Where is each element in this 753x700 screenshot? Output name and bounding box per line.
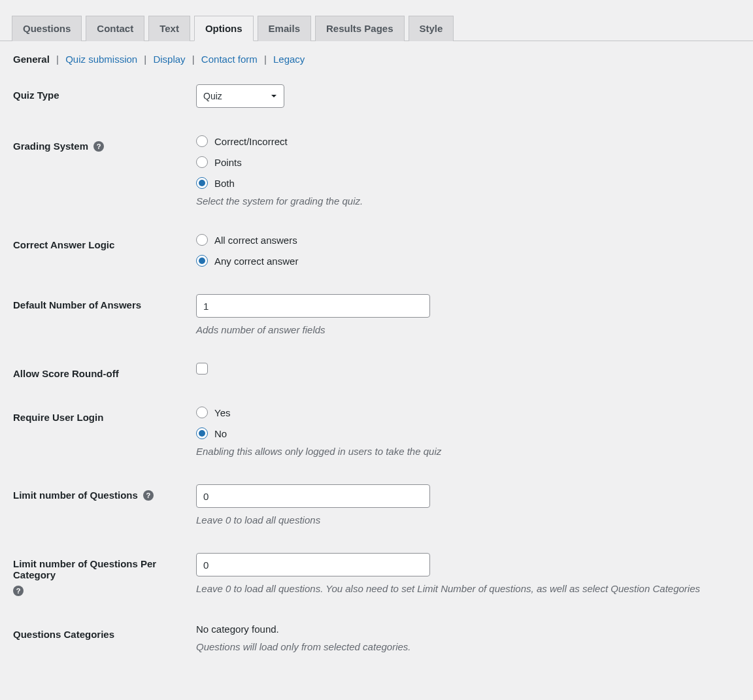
label-require-login: Require User Login bbox=[13, 407, 196, 423]
label-allow-roundoff: Allow Score Round-off bbox=[13, 363, 196, 379]
label-limit-questions: Limit number of Questions bbox=[13, 490, 138, 501]
input-default-answers[interactable] bbox=[196, 294, 430, 318]
input-limit-per-category[interactable] bbox=[196, 553, 430, 576]
desc-limit-questions: Leave 0 to load all questions bbox=[196, 514, 740, 525]
desc-default-answers: Adds number of answer fields bbox=[196, 324, 740, 335]
row-categories: Questions Categories No category found. … bbox=[13, 624, 740, 652]
row-limit-questions: Limit number of Questions ? Leave 0 to l… bbox=[13, 484, 740, 525]
radio-grading-both[interactable]: Both bbox=[196, 177, 740, 189]
row-allow-roundoff: Allow Score Round-off bbox=[13, 363, 740, 379]
desc-require-login: Enabling this allows only logged in user… bbox=[196, 446, 740, 457]
label-default-answers: Default Number of Answers bbox=[13, 294, 196, 310]
input-limit-questions[interactable] bbox=[196, 484, 430, 508]
row-require-login: Require User Login Yes No Enabling this … bbox=[13, 407, 740, 457]
subnav: General | Quiz submission | Display | Co… bbox=[0, 41, 753, 65]
label-limit-per-category: Limit number of Questions Per Category bbox=[13, 558, 196, 580]
row-quiz-type: Quiz Type Quiz bbox=[13, 84, 740, 108]
tab-text[interactable]: Text bbox=[148, 16, 190, 41]
radio-login-no[interactable]: No bbox=[196, 427, 740, 439]
help-icon[interactable]: ? bbox=[93, 141, 104, 152]
tab-emails[interactable]: Emails bbox=[258, 16, 311, 41]
radio-logic-any[interactable]: Any correct answer bbox=[196, 255, 740, 267]
form-table: Quiz Type Quiz Grading System ? Correct/… bbox=[0, 84, 753, 652]
tab-questions[interactable]: Questions bbox=[12, 16, 82, 41]
row-default-answers: Default Number of Answers Adds number of… bbox=[13, 294, 740, 335]
row-correct-answer-logic: Correct Answer Logic All correct answers… bbox=[13, 234, 740, 267]
select-quiz-type[interactable]: Quiz bbox=[196, 84, 284, 108]
row-limit-per-category: Limit number of Questions Per Category ?… bbox=[13, 553, 740, 596]
tab-contact[interactable]: Contact bbox=[86, 16, 144, 41]
tab-style[interactable]: Style bbox=[409, 16, 454, 41]
desc-categories: Questions will load only from selected c… bbox=[196, 641, 740, 652]
label-categories: Questions Categories bbox=[13, 624, 196, 640]
subnav-contact-form[interactable]: Contact form bbox=[201, 54, 258, 65]
subnav-display[interactable]: Display bbox=[153, 54, 185, 65]
help-icon[interactable]: ? bbox=[13, 586, 24, 596]
tab-options[interactable]: Options bbox=[194, 16, 254, 41]
main-tabs: Questions Contact Text Options Emails Re… bbox=[12, 16, 753, 41]
label-correct-answer-logic: Correct Answer Logic bbox=[13, 234, 196, 250]
categories-empty-text: No category found. bbox=[196, 624, 740, 635]
row-grading-system: Grading System ? Correct/Incorrect Point… bbox=[13, 135, 740, 207]
checkbox-allow-roundoff[interactable] bbox=[196, 363, 208, 375]
radio-grading-correct-incorrect[interactable]: Correct/Incorrect bbox=[196, 135, 740, 147]
radio-login-yes[interactable]: Yes bbox=[196, 407, 740, 418]
main-tabs-wrapper: Questions Contact Text Options Emails Re… bbox=[0, 0, 753, 41]
tab-results-pages[interactable]: Results Pages bbox=[315, 16, 405, 41]
subnav-quiz-submission[interactable]: Quiz submission bbox=[65, 54, 137, 65]
label-quiz-type: Quiz Type bbox=[13, 84, 196, 101]
subnav-legacy[interactable]: Legacy bbox=[273, 54, 305, 65]
label-grading-system: Grading System bbox=[13, 141, 88, 152]
desc-limit-per-category: Leave 0 to load all questions. You also … bbox=[196, 583, 740, 594]
subnav-general[interactable]: General bbox=[13, 54, 50, 65]
radio-grading-points[interactable]: Points bbox=[196, 156, 740, 168]
radio-logic-all[interactable]: All correct answers bbox=[196, 234, 740, 246]
desc-grading-system: Select the system for grading the quiz. bbox=[196, 195, 740, 207]
help-icon[interactable]: ? bbox=[143, 490, 154, 501]
